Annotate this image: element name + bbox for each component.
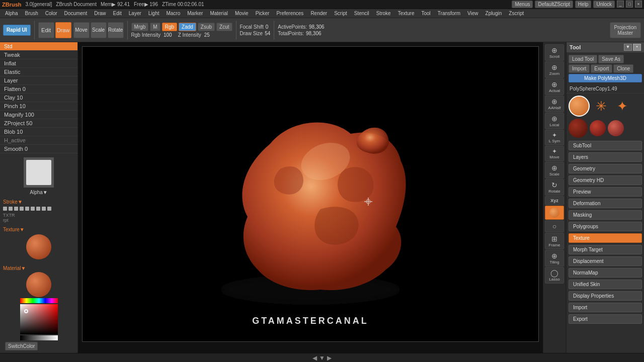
load-tool-btn[interactable]: Load Tool [569, 55, 597, 63]
unlock-btn[interactable]: Unlock [593, 1, 615, 8]
save-as-btn[interactable]: Save As [598, 55, 624, 63]
rgb-btn[interactable]: Rgb [162, 23, 177, 31]
minimize-btn[interactable]: _ [617, 1, 624, 8]
zoom-btn[interactable]: ⊕ Zoom [545, 61, 564, 78]
canvas-area[interactable]: GTAMASTERCANAL [78, 42, 543, 353]
polygroups-btn[interactable]: Polygroups [569, 222, 642, 231]
geometry-btn[interactable]: Geometry [569, 164, 642, 173]
menu-transform[interactable]: Transform [435, 10, 463, 17]
export-btn[interactable]: Export [591, 64, 612, 73]
maximize-btn[interactable]: □ [626, 1, 633, 8]
frame-btn[interactable]: ⊞ Frame [545, 233, 564, 249]
menu-marker[interactable]: Marker [184, 10, 206, 17]
rotate-btn[interactable]: Rotate [108, 22, 124, 38]
brush-blob[interactable]: Blob 10 [0, 128, 77, 136]
brush-tweak[interactable]: Tweak [0, 51, 77, 59]
close-btn[interactable]: × [635, 1, 642, 8]
aahalf-btn[interactable]: ⊕ AAHalf [545, 96, 564, 112]
brush-magnify[interactable]: Magnify 100 [0, 111, 77, 119]
dark-sphere-1[interactable] [569, 119, 588, 138]
menus-btn[interactable]: Menus [512, 1, 533, 8]
texture-title[interactable]: Texture▼ [3, 227, 74, 232]
nav-down-btn[interactable]: ▼ [319, 354, 325, 361]
menu-texture[interactable]: Texture [395, 10, 418, 17]
menu-preferences[interactable]: Preferences [273, 10, 306, 17]
dark-sphere-2[interactable] [590, 120, 606, 136]
menu-script[interactable]: Script [331, 10, 350, 17]
brush-elastic[interactable]: Elastic [0, 68, 77, 76]
circle-btn[interactable]: ○ [545, 220, 564, 232]
export2-btn[interactable]: Export [569, 314, 642, 324]
canvas-border[interactable]: GTAMASTERCANAL [82, 46, 539, 342]
material-title[interactable]: Material▼ [3, 265, 74, 271]
menu-brush[interactable]: Brush [22, 10, 41, 17]
menu-edit[interactable]: Edit [110, 10, 125, 17]
rapid-ui-btn[interactable]: Rapid UI [3, 25, 31, 36]
tool-dots-btn[interactable]: • [633, 44, 641, 51]
menu-layer[interactable]: Layer [126, 10, 144, 17]
lasso-btn[interactable]: ◯ Lasso [545, 267, 564, 284]
projection-master-btn[interactable]: Projection Master [610, 22, 641, 38]
menu-zplugin[interactable]: Zplugin [482, 10, 505, 17]
brightness-slider[interactable] [20, 335, 58, 340]
scale-3d-btn[interactable]: ⊕ Scale [545, 162, 564, 178]
preview-btn[interactable]: Preview [569, 187, 642, 197]
scroll-btn[interactable]: ⊕ Scroll [545, 44, 564, 61]
active-sphere[interactable] [569, 96, 590, 117]
menu-stroke[interactable]: Stroke [373, 10, 394, 17]
menu-material[interactable]: Material [207, 10, 231, 17]
texture-tool-btn[interactable]: Texture [569, 233, 642, 243]
displacement-btn[interactable]: Displacement [569, 256, 642, 266]
menu-tool[interactable]: Tool [418, 10, 433, 17]
m-btn[interactable]: M [150, 23, 160, 31]
stroke-title[interactable]: Stroke▼ [3, 199, 74, 205]
menu-movie[interactable]: Movie [232, 10, 252, 17]
morph-target-btn[interactable]: Morph Target [569, 245, 642, 254]
edit-mode-btn[interactable]: Edit [38, 22, 54, 38]
move-3d-btn[interactable]: ✦ Move [545, 146, 564, 161]
menu-alpha[interactable]: Alpha [2, 10, 21, 17]
unified-skin-btn[interactable]: Unified Skin [569, 280, 642, 289]
subtool-btn[interactable]: SubTool [569, 141, 642, 150]
actual-btn[interactable]: ⊕ Actual [545, 78, 564, 95]
move-btn[interactable]: Move [73, 22, 90, 38]
zcut-btn[interactable]: Zcut [216, 23, 232, 31]
tool-collapse-btn[interactable]: ▼ [624, 44, 632, 51]
brush-pinch[interactable]: Pinch 10 [0, 102, 77, 111]
brush-smooth[interactable]: Smooth 0 [0, 145, 77, 153]
dark-sphere-3[interactable] [608, 120, 624, 136]
layers-btn[interactable]: Layers [569, 152, 642, 162]
brush-clay[interactable]: Clay 10 [0, 94, 77, 102]
zadd-btn[interactable]: Zadd [179, 23, 196, 31]
nav-left-btn[interactable]: ◀ [312, 354, 317, 361]
normalmap-btn[interactable]: NormaMap [569, 268, 642, 278]
geometry-hd-btn[interactable]: Geometry HD [569, 175, 642, 185]
menu-stencil[interactable]: Stencil [351, 10, 372, 17]
brush-inflate[interactable]: Inflat [0, 59, 77, 68]
scale-btn[interactable]: Scale [91, 22, 107, 38]
import2-btn[interactable]: Import [569, 303, 642, 312]
l-sym-btn[interactable]: ✦ L Sym [545, 130, 564, 145]
menu-view[interactable]: View [464, 10, 481, 17]
switch-color-btn[interactable]: SwitchColor [5, 342, 38, 350]
brush-layer[interactable]: Layer [0, 76, 77, 85]
brush-zproject[interactable]: ZProject 50 [0, 119, 77, 128]
import-btn[interactable]: Import [569, 64, 590, 73]
menu-picker[interactable]: Picker [253, 10, 273, 17]
mrgb-btn[interactable]: Mrgb [131, 23, 149, 31]
clone-btn[interactable]: Clone [613, 64, 633, 73]
masking-btn[interactable]: Masking [569, 210, 642, 220]
nav-right-btn[interactable]: ▶ [327, 354, 332, 361]
menu-color[interactable]: Color [42, 10, 60, 17]
hue-slider[interactable] [20, 298, 58, 303]
default-script-btn[interactable]: DefaultZScript [535, 1, 573, 8]
make-polymesh-btn[interactable]: Make PolyMesh3D [569, 74, 642, 82]
orange-active-btn[interactable] [545, 206, 564, 220]
color-picker[interactable] [20, 304, 58, 334]
local-btn[interactable]: ⊕ Local [545, 113, 564, 129]
help-btn[interactable]: Help [575, 1, 592, 8]
brush-std[interactable]: Std [0, 42, 77, 51]
brush-h-active[interactable]: H_active [0, 136, 77, 145]
deformation-btn[interactable]: Deformation [569, 199, 642, 208]
menu-render[interactable]: Render [307, 10, 330, 17]
